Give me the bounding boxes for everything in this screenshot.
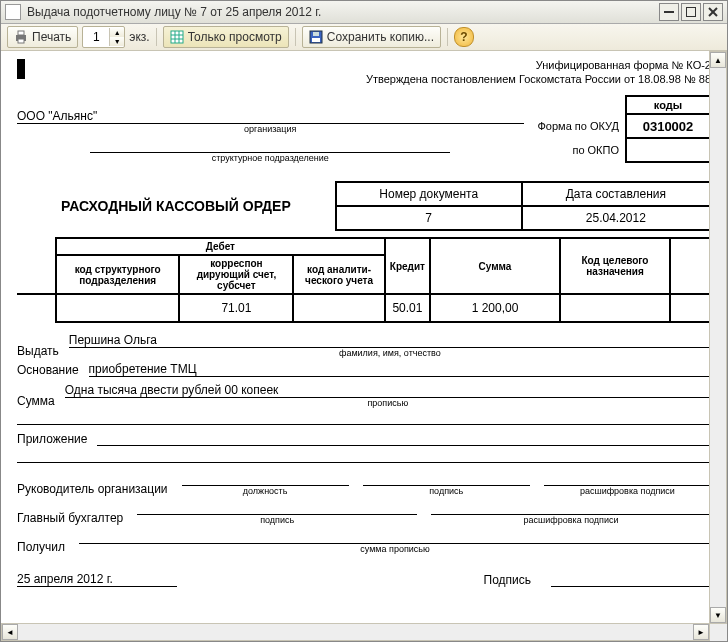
view-only-label: Только просмотр	[188, 30, 282, 44]
decode-caption2: расшифровка подписи	[524, 515, 619, 525]
toolbar: Печать ▲ ▼ экз. Только просмотр Сохранит…	[1, 24, 727, 51]
scroll-up-button[interactable]: ▲	[710, 52, 726, 68]
document-title: РАСХОДНЫЙ КАССОВЫЙ ОРДЕР	[17, 182, 336, 230]
scroll-left-button[interactable]: ◄	[2, 624, 18, 640]
svg-rect-14	[313, 32, 319, 36]
svg-rect-0	[664, 11, 674, 13]
accounting-table: Дебет Кредит Сумма Код целевого назначен…	[17, 237, 711, 323]
col-debet: Дебет	[56, 238, 385, 255]
head-label: Руководитель организации	[17, 482, 168, 496]
received-label: Получил	[17, 540, 65, 554]
basis-label: Основание	[17, 363, 79, 377]
codes-block: коды Форма по ОКУД0310002 по ОКПО	[532, 95, 712, 163]
bottom-row: 25 апреля 2012 г. Подпись	[17, 572, 711, 587]
form-name: Унифицированная форма № КО-2	[47, 59, 711, 71]
basis-row: Основание приобретение ТМЦ	[17, 362, 711, 377]
toolbar-separator	[295, 28, 296, 46]
col-anal: код аналити- ческого учета	[293, 255, 384, 294]
scroll-right-button[interactable]: ►	[693, 624, 709, 640]
subunit-caption: структурное подразделение	[90, 153, 450, 163]
sign-label: Подпись	[484, 573, 532, 587]
basis-value: приобретение ТМЦ	[89, 362, 711, 377]
accountant-sign-row: Главный бухгалтер подпись расшифровка по…	[17, 500, 711, 525]
page-marker	[17, 59, 25, 79]
toolbar-separator	[156, 28, 157, 46]
doc-no-label: Номер документа	[336, 182, 522, 206]
copies-down-button[interactable]: ▼	[110, 37, 124, 46]
scroll-down-button[interactable]: ▼	[710, 607, 726, 623]
sum-value: Одна тысяча двести рублей 00 копеек	[65, 383, 711, 398]
help-button[interactable]: ?	[454, 27, 474, 47]
svg-rect-5	[18, 31, 24, 35]
col-credit: Кредит	[385, 238, 430, 294]
doc-date-label: Дата составления	[522, 182, 710, 206]
document-title-block: РАСХОДНЫЙ КАССОВЫЙ ОРДЕР Номер документа…	[17, 181, 711, 231]
sum-label: Сумма	[17, 394, 55, 408]
save-copy-button[interactable]: Сохранить копию...	[302, 26, 441, 48]
sum-words-caption: сумма прописью	[360, 544, 430, 554]
vertical-scrollbar[interactable]: ▲ ▼	[709, 51, 727, 624]
save-copy-label: Сохранить копию...	[327, 30, 434, 44]
date-value: 25 апреля 2012 г.	[17, 572, 177, 587]
issue-row: Выдать Першина Ольга фамилия, имя, отчес…	[17, 333, 711, 358]
document-page: Унифицированная форма № КО-2 Утверждена …	[1, 51, 727, 617]
attach-label: Приложение	[17, 432, 87, 446]
col-corr: корреспон дирующий счет, субсчет	[179, 255, 293, 294]
maximize-button[interactable]	[681, 3, 701, 21]
print-button[interactable]: Печать	[7, 26, 78, 48]
minimize-button[interactable]	[659, 3, 679, 21]
table-row: 71.01 50.01 1 200,00	[17, 294, 710, 322]
issue-label: Выдать	[17, 344, 59, 358]
okpo-label: по ОКПО	[532, 138, 627, 162]
copies-spinner[interactable]: ▲ ▼	[82, 26, 125, 48]
issue-value: Першина Ольга	[69, 333, 711, 348]
titlebar: Выдача подотчетному лицу № 7 от 25 апрел…	[1, 1, 727, 24]
attach-value	[97, 431, 711, 446]
form-header-text: Унифицированная форма № КО-2 Утверждена …	[47, 59, 711, 85]
received-row: Получил сумма прописью	[17, 529, 711, 554]
cell-purpose	[560, 294, 670, 322]
cell-sum: 1 200,00	[430, 294, 560, 322]
okpo-value	[626, 138, 710, 162]
scrollbar-corner	[709, 623, 727, 641]
sign-caption: подпись	[429, 486, 463, 496]
organization-value: ООО "Альянс"	[17, 109, 524, 124]
close-button[interactable]	[703, 3, 723, 21]
copies-unit: экз.	[129, 30, 149, 44]
sum-caption: прописью	[65, 398, 711, 408]
issue-caption: фамилия, имя, отчество	[69, 348, 711, 358]
svg-rect-6	[18, 39, 24, 43]
sign-line	[551, 572, 711, 587]
copies-up-button[interactable]: ▲	[110, 28, 124, 37]
subunit-value	[90, 138, 450, 153]
printer-icon	[14, 30, 28, 44]
cell-corr: 71.01	[179, 294, 293, 322]
attach-row: Приложение	[17, 431, 711, 446]
svg-rect-1	[686, 7, 696, 17]
copies-input[interactable]	[83, 27, 109, 47]
view-only-button[interactable]: Только просмотр	[163, 26, 289, 48]
horizontal-scrollbar[interactable]: ◄ ►	[1, 623, 710, 641]
position-caption: должность	[243, 486, 288, 496]
codes-header: коды	[626, 96, 710, 114]
cell-credit: 50.01	[385, 294, 430, 322]
content-area: Унифицированная форма № КО-2 Утверждена …	[1, 51, 727, 641]
col-struct: код структурного подразделения	[56, 255, 179, 294]
svg-rect-13	[312, 38, 320, 42]
table-icon	[170, 30, 184, 44]
cell-struct	[56, 294, 179, 322]
okud-value: 0310002	[626, 114, 710, 138]
col-purpose: Код целевого назначения	[560, 238, 670, 294]
doc-date-value: 25.04.2012	[522, 206, 710, 230]
decode-caption: расшифровка подписи	[580, 486, 675, 496]
svg-rect-7	[171, 31, 183, 43]
sum-row: Сумма Одна тысяча двести рублей 00 копее…	[17, 383, 711, 408]
document-icon	[5, 4, 21, 20]
app-window: Выдача подотчетному лицу № 7 от 25 апрел…	[0, 0, 728, 642]
extra-line	[17, 412, 711, 425]
doc-no-value: 7	[336, 206, 522, 230]
diskette-icon	[309, 30, 323, 44]
window-title: Выдача подотчетному лицу № 7 от 25 апрел…	[27, 5, 321, 19]
toolbar-separator	[447, 28, 448, 46]
head-sign-row: Руководитель организации должность подпи…	[17, 471, 711, 496]
